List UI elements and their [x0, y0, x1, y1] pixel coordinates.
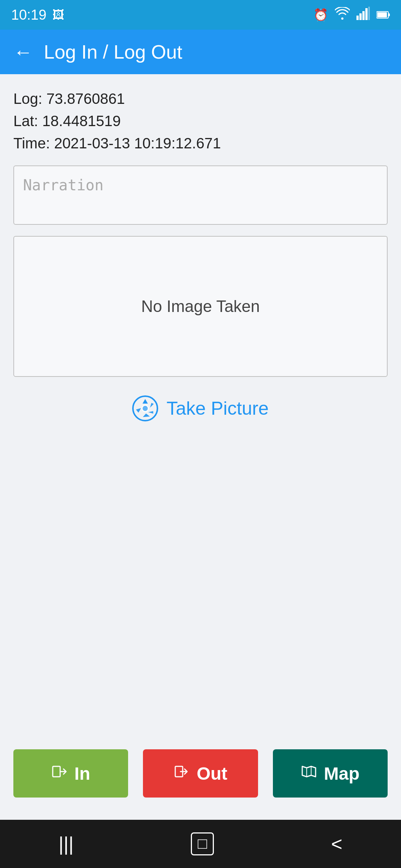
svg-point-10	[143, 406, 148, 411]
logout-icon	[174, 763, 190, 784]
svg-rect-4	[368, 7, 370, 20]
alarm-icon: ⏰	[313, 8, 328, 22]
logout-label: Out	[197, 763, 228, 784]
status-icons: ⏰	[313, 7, 390, 23]
map-label: Map	[324, 763, 359, 784]
nav-menu-icon[interactable]: |||	[59, 834, 74, 854]
app-title: Log In / Log Out	[44, 41, 182, 63]
main-content: Log: 73.8760861 Lat: 18.4481519 Time: 20…	[0, 74, 401, 749]
nav-home-icon[interactable]: □	[191, 832, 214, 855]
take-picture-label[interactable]: Take Picture	[166, 398, 268, 419]
wifi-icon	[335, 7, 350, 23]
login-button[interactable]: In	[13, 749, 128, 798]
info-block: Log: 73.8760861 Lat: 18.4481519 Time: 20…	[13, 88, 388, 154]
bottom-buttons: In Out Map	[0, 749, 401, 820]
image-box: No Image Taken	[13, 236, 388, 377]
status-time: 10:19	[11, 7, 46, 23]
status-bar: 10:19 🖼 ⏰	[0, 0, 401, 30]
login-label: In	[74, 763, 90, 784]
logout-button[interactable]: Out	[143, 749, 258, 798]
login-icon	[51, 763, 68, 783]
signal-icon	[356, 7, 370, 23]
lat-info: Lat: 18.4481519	[13, 110, 388, 132]
svg-rect-0	[356, 16, 359, 20]
map-button[interactable]: Map	[273, 749, 388, 798]
narration-input[interactable]	[13, 165, 388, 225]
svg-rect-6	[377, 12, 387, 17]
no-image-text: No Image Taken	[141, 297, 260, 316]
time-info: Time: 2021-03-13 10:19:12.671	[13, 132, 388, 154]
svg-rect-2	[362, 11, 365, 20]
map-icon	[301, 763, 317, 784]
take-picture-row[interactable]: Take Picture	[13, 395, 388, 421]
camera-icon	[132, 395, 158, 421]
svg-rect-3	[365, 8, 368, 20]
nav-back-icon[interactable]: <	[331, 834, 342, 854]
log-info: Log: 73.8760861	[13, 88, 388, 110]
svg-rect-1	[359, 13, 362, 20]
gallery-icon: 🖼	[52, 8, 64, 22]
svg-rect-7	[388, 13, 390, 16]
nav-bar: ||| □ <	[0, 820, 401, 868]
app-bar: ← Log In / Log Out	[0, 30, 401, 74]
battery-icon	[376, 8, 390, 22]
back-button[interactable]: ←	[13, 42, 33, 62]
svg-rect-11	[53, 766, 60, 777]
